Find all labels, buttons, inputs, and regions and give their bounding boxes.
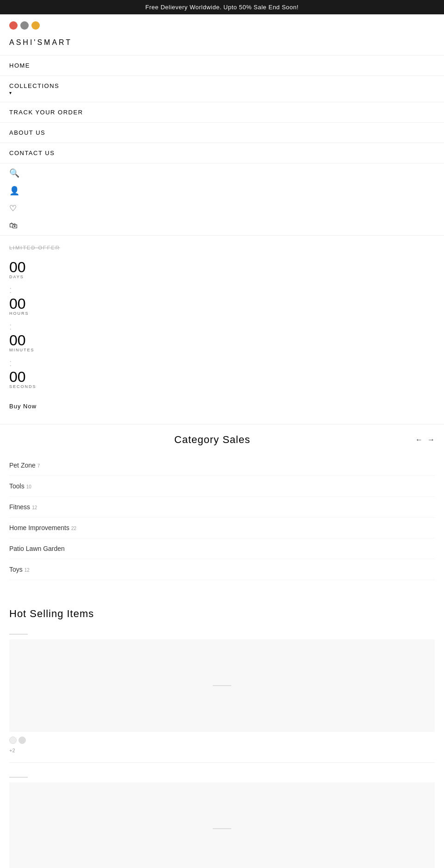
product-divider-1 bbox=[9, 634, 28, 635]
circle-red-icon bbox=[9, 21, 18, 30]
countdown-section: LIMITED OFFER 00 DAYS : 00 HOURS : 00 MI… bbox=[0, 236, 444, 425]
product-image-1 bbox=[9, 639, 435, 732]
category-name-fitness: Fitness bbox=[9, 503, 30, 511]
countdown-display: 00 DAYS : 00 HOURS : 00 MINUTES : 00 SEC… bbox=[9, 260, 435, 393]
countdown-minutes: 00 MINUTES bbox=[9, 333, 435, 356]
category-list: Pet Zone7 Tools10 Fitness12 Home Improve… bbox=[9, 455, 435, 580]
variant-dot-2[interactable] bbox=[18, 737, 26, 744]
category-item-pet-zone[interactable]: Pet Zone7 bbox=[9, 455, 435, 476]
category-next-arrow[interactable]: → bbox=[427, 436, 435, 444]
category-item-toys[interactable]: Toys12 bbox=[9, 559, 435, 580]
category-nav-arrows: ← → bbox=[415, 436, 435, 444]
category-name-pet-zone: Pet Zone bbox=[9, 462, 36, 469]
category-sales-title: Category Sales bbox=[9, 434, 415, 446]
category-item-tools[interactable]: Tools10 bbox=[9, 476, 435, 497]
limited-offer-label: LIMITED OFFER bbox=[9, 245, 435, 250]
nav-item-contact[interactable]: CONTACT US bbox=[0, 143, 444, 163]
countdown-hours: 00 HOURS bbox=[9, 296, 435, 319]
announcement-text: Free Delievery Worldwide. Upto 50% Sale … bbox=[145, 4, 298, 11]
category-count-fitness: 12 bbox=[32, 505, 37, 510]
category-name-tools: Tools bbox=[9, 482, 25, 490]
logo-container: ASHI'SMART bbox=[9, 21, 72, 48]
seconds-label: SECONDS bbox=[9, 384, 37, 389]
category-prev-arrow[interactable]: ← bbox=[415, 436, 423, 444]
separator-1: : bbox=[9, 285, 435, 295]
category-section: Category Sales ← → Pet Zone7 Tools10 Fit… bbox=[0, 425, 444, 603]
category-header: Category Sales ← → bbox=[9, 434, 435, 446]
hours-label: HOURS bbox=[9, 311, 29, 316]
countdown-days: 00 DAYS bbox=[9, 260, 435, 283]
product-image-2 bbox=[9, 782, 435, 868]
category-count-home: 22 bbox=[71, 526, 76, 531]
image-placeholder-line-2 bbox=[213, 828, 231, 829]
nav-item-about[interactable]: ABOUT US bbox=[0, 123, 444, 143]
product-card-1: +2 bbox=[9, 629, 435, 763]
logo-sub: MART bbox=[44, 38, 72, 46]
hours-value: 00 bbox=[9, 296, 26, 311]
image-placeholder-line-1 bbox=[213, 685, 231, 686]
logo-circles bbox=[9, 21, 72, 30]
category-count-pet-zone: 7 bbox=[37, 463, 40, 468]
chevron-down-icon: ▾ bbox=[9, 90, 435, 95]
separator-2: : bbox=[9, 321, 435, 332]
product-divider-2 bbox=[9, 777, 28, 778]
header: ASHI'SMART bbox=[0, 14, 444, 55]
announcement-bar: Free Delievery Worldwide. Upto 50% Sale … bbox=[0, 0, 444, 14]
main-nav: HOME COLLECTIONS ▾ TRACK YOUR ORDER ABOU… bbox=[0, 55, 444, 163]
countdown-seconds: 00 SECONDS bbox=[9, 369, 435, 393]
category-name-patio: Patio Lawn Garden bbox=[9, 545, 65, 552]
logo[interactable]: ASHI'SMART bbox=[9, 33, 72, 48]
days-label: DAYS bbox=[9, 275, 24, 279]
nav-item-collections[interactable]: COLLECTIONS ▾ bbox=[0, 76, 444, 102]
logo-main: ASHI'S bbox=[9, 38, 44, 46]
product-card-2 bbox=[9, 772, 435, 868]
category-count-tools: 10 bbox=[26, 484, 31, 489]
separator-3: : bbox=[9, 358, 435, 368]
category-name-toys: Toys bbox=[9, 566, 23, 573]
collections-label: COLLECTIONS bbox=[9, 82, 435, 89]
products-area: +2 bbox=[9, 629, 435, 868]
seconds-value: 00 bbox=[9, 369, 26, 384]
category-item-fitness[interactable]: Fitness12 bbox=[9, 497, 435, 518]
search-icon[interactable]: 🔍 bbox=[9, 168, 435, 178]
product-plus-more-1: +2 bbox=[9, 748, 435, 753]
circle-gray-icon bbox=[20, 21, 29, 30]
circle-yellow-icon bbox=[31, 21, 40, 30]
cart-icon[interactable]: 🛍 bbox=[9, 221, 435, 231]
minutes-label: MINUTES bbox=[9, 348, 35, 352]
category-item-patio[interactable]: Patio Lawn Garden bbox=[9, 538, 435, 559]
category-name-home: Home Improvements bbox=[9, 524, 69, 531]
product-variants-1 bbox=[9, 737, 435, 744]
hot-selling-title: Hot Selling Items bbox=[9, 608, 435, 620]
category-count-toys: 12 bbox=[25, 568, 30, 573]
icons-row: 🔍 👤 ♡ 🛍 bbox=[0, 163, 444, 236]
variant-dot-1[interactable] bbox=[9, 737, 17, 744]
hot-selling-section: Hot Selling Items +2 bbox=[0, 603, 444, 868]
user-icon[interactable]: 👤 bbox=[9, 186, 435, 196]
nav-item-home[interactable]: HOME bbox=[0, 56, 444, 76]
nav-item-track[interactable]: TRACK YOUR ORDER bbox=[0, 102, 444, 123]
minutes-value: 00 bbox=[9, 333, 26, 348]
wishlist-icon[interactable]: ♡ bbox=[9, 203, 435, 213]
days-value: 00 bbox=[9, 260, 26, 275]
buy-now-button[interactable]: Buy Now bbox=[9, 403, 37, 410]
category-item-home-improvements[interactable]: Home Improvements22 bbox=[9, 518, 435, 538]
